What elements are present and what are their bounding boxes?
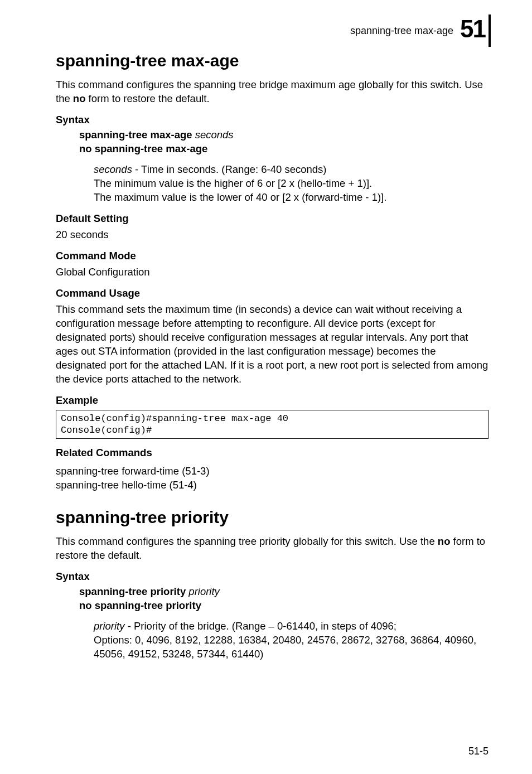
syntax-cmd2-ital: priority xyxy=(188,586,220,597)
syntax-param2-desc: - Priority of the bridge. (Range – 0-614… xyxy=(125,620,396,632)
syntax-cmd-2: spanning-tree priority priority xyxy=(79,585,489,599)
syntax-no-1: no spanning-tree max-age xyxy=(79,142,489,156)
syntax-cmd1-ital: seconds xyxy=(195,129,234,141)
syntax-no-2: no spanning-tree priority xyxy=(79,599,489,613)
page-number: 51-5 xyxy=(468,746,489,757)
section-title-priority: spanning-tree priority xyxy=(56,508,489,527)
syntax-cmd2-bold: spanning-tree priority xyxy=(79,586,186,597)
syntax-param1-ital: seconds xyxy=(94,163,132,175)
section1-lead-bold: no xyxy=(73,93,86,104)
related-1: spanning-tree forward-time (51-3) xyxy=(56,465,489,478)
related-label-1: Related Commands xyxy=(56,447,489,459)
usage-text-1: This command sets the maximum time (in s… xyxy=(56,303,489,386)
running-header: spanning-tree max-age 51 xyxy=(56,17,489,41)
section2-lead: This command configures the spanning tre… xyxy=(56,535,489,563)
running-header-title: spanning-tree max-age xyxy=(350,25,453,41)
chapter-bar-icon xyxy=(489,14,491,47)
syntax-param-2: priority - Priority of the bridge. (Rang… xyxy=(94,620,489,633)
syntax-param-1: seconds - Time in seconds. (Range: 6-40 … xyxy=(94,163,489,177)
chapter-number-text: 51 xyxy=(460,15,485,42)
usage-label-1: Command Usage xyxy=(56,287,489,299)
syntax-cmd-1: spanning-tree max-age seconds xyxy=(79,128,489,142)
chapter-number: 51 xyxy=(460,17,489,41)
related-2: spanning-tree hello-time (51-4) xyxy=(56,478,489,492)
example-label-1: Example xyxy=(56,394,489,407)
syntax-param1-desc: - Time in seconds. (Range: 6-40 seconds) xyxy=(132,163,327,175)
default-label-1: Default Setting xyxy=(56,212,489,225)
section2-lead-bold: no xyxy=(438,535,451,547)
section-title-max-age: spanning-tree max-age xyxy=(56,51,489,70)
example-code-1: Console(config)#spanning-tree max-age 40… xyxy=(56,410,489,439)
syntax-param-2b: Options: 0, 4096, 8192, 12288, 16384, 20… xyxy=(94,633,489,661)
mode-value-1: Global Configuration xyxy=(56,265,489,279)
syntax-param-max: The maximum value is the lower of 40 or … xyxy=(94,191,489,205)
syntax-param-min: The minimum value is the higher of 6 or … xyxy=(94,177,489,191)
section1-lead-b: form to restore the default. xyxy=(85,93,209,104)
section1-lead: This command configures the spanning tre… xyxy=(56,78,489,106)
syntax-param2-ital: priority xyxy=(94,620,125,632)
mode-label-1: Command Mode xyxy=(56,250,489,262)
section2-lead-a: This command configures the spanning tre… xyxy=(56,535,438,547)
default-value-1: 20 seconds xyxy=(56,228,489,242)
syntax-label-1: Syntax xyxy=(56,114,489,126)
syntax-label-2: Syntax xyxy=(56,570,489,583)
syntax-cmd1-bold: spanning-tree max-age xyxy=(79,129,192,141)
